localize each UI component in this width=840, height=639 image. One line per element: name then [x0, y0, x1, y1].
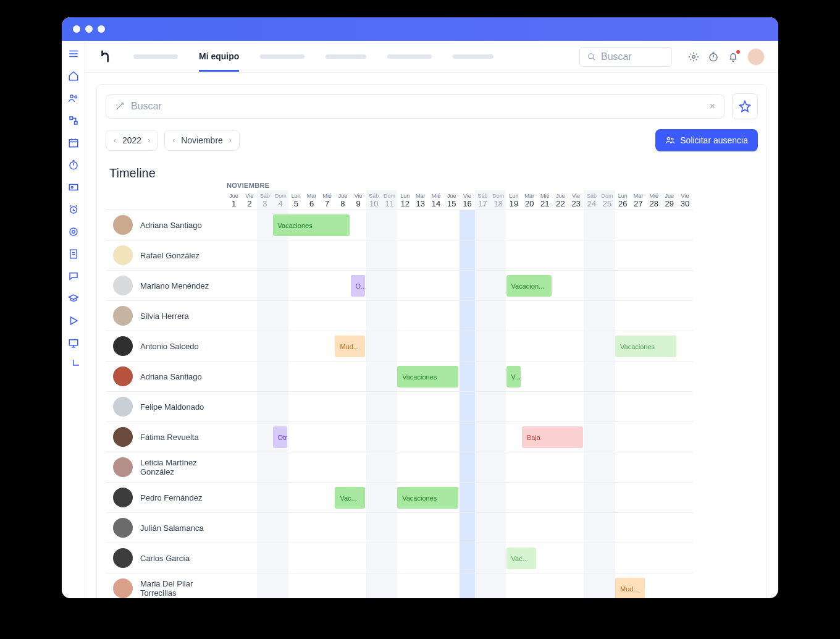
- day-cell[interactable]: [677, 362, 692, 392]
- absence-event[interactable]: Vac...: [506, 548, 536, 569]
- day-cell[interactable]: [428, 331, 443, 362]
- day-cell[interactable]: [382, 513, 397, 543]
- day-cell[interactable]: [584, 543, 599, 573]
- day-cell[interactable]: [319, 331, 335, 362]
- day-cell[interactable]: [584, 392, 599, 422]
- day-cell[interactable]: [584, 483, 599, 513]
- home-icon[interactable]: [67, 69, 80, 83]
- day-cell[interactable]: [584, 301, 599, 331]
- survey-icon[interactable]: [67, 247, 80, 261]
- tab-placeholder[interactable]: [260, 54, 304, 59]
- day-cell[interactable]: [226, 301, 242, 331]
- day-cell[interactable]: [646, 543, 662, 573]
- grad-icon[interactable]: [67, 292, 80, 305]
- day-cell[interactable]: [631, 513, 646, 543]
- day-cell[interactable]: [662, 392, 677, 422]
- day-cell[interactable]: [257, 392, 272, 422]
- day-cell[interactable]: [304, 301, 319, 331]
- day-cell[interactable]: [553, 452, 568, 483]
- day-cell[interactable]: [677, 483, 692, 513]
- employee-row-name[interactable]: Adriana Santiago: [106, 210, 226, 240]
- day-cell[interactable]: [444, 452, 460, 483]
- absence-event[interactable]: V...: [506, 366, 521, 387]
- day-cell[interactable]: [584, 210, 599, 240]
- day-cell[interactable]: [273, 543, 288, 573]
- day-cell[interactable]: [615, 452, 631, 483]
- day-cell[interactable]: [646, 301, 662, 331]
- day-cell[interactable]: [646, 573, 662, 598]
- day-cell[interactable]: [600, 240, 615, 271]
- day-cell[interactable]: [662, 422, 677, 452]
- day-cell[interactable]: [366, 543, 382, 573]
- day-cell[interactable]: [382, 392, 397, 422]
- day-cell[interactable]: [304, 392, 319, 422]
- day-cell[interactable]: [615, 301, 631, 331]
- day-cell[interactable]: [615, 513, 631, 543]
- day-cell[interactable]: [490, 392, 506, 422]
- day-cell[interactable]: [257, 422, 272, 452]
- day-cell[interactable]: [257, 362, 272, 392]
- stopwatch-icon[interactable]: [708, 51, 719, 62]
- day-cell[interactable]: [351, 362, 366, 392]
- day-cell[interactable]: [335, 513, 350, 543]
- absence-event[interactable]: Vacaciones: [397, 487, 458, 509]
- day-cell[interactable]: [335, 452, 350, 483]
- day-cell[interactable]: [646, 271, 662, 301]
- day-cell[interactable]: [242, 513, 257, 543]
- day-cell[interactable]: [662, 301, 677, 331]
- day-cell[interactable]: [428, 210, 443, 240]
- day-cell[interactable]: [428, 513, 443, 543]
- tab-placeholder[interactable]: [326, 54, 366, 59]
- day-cell[interactable]: [304, 362, 319, 392]
- absence-event[interactable]: Vacaciones: [615, 336, 676, 357]
- absence-event[interactable]: Vacaciones: [397, 366, 458, 387]
- day-cell[interactable]: [413, 422, 428, 452]
- day-cell[interactable]: [677, 452, 692, 483]
- day-cell[interactable]: [460, 240, 475, 271]
- day-cell[interactable]: [257, 483, 272, 513]
- goal-icon[interactable]: [67, 225, 80, 239]
- absence-event[interactable]: Vac...: [335, 487, 364, 509]
- day-cell[interactable]: [366, 452, 382, 483]
- day-cell[interactable]: [257, 301, 272, 331]
- day-cell[interactable]: [646, 240, 662, 271]
- day-cell[interactable]: [460, 422, 475, 452]
- day-cell[interactable]: [428, 452, 443, 483]
- day-cell[interactable]: [553, 210, 568, 240]
- day-cell[interactable]: [288, 422, 304, 452]
- day-cell[interactable]: [273, 240, 288, 271]
- day-cell[interactable]: [397, 573, 413, 598]
- tab-my-team[interactable]: Mi equipo: [199, 51, 239, 72]
- minimize-dot[interactable]: [85, 25, 93, 33]
- day-cell[interactable]: [351, 513, 366, 543]
- day-cell[interactable]: [428, 573, 443, 598]
- day-cell[interactable]: [288, 392, 304, 422]
- day-cell[interactable]: [319, 362, 335, 392]
- day-cell[interactable]: [615, 422, 631, 452]
- day-cell[interactable]: [646, 483, 662, 513]
- day-cell[interactable]: [677, 271, 692, 301]
- day-cell[interactable]: [397, 210, 413, 240]
- stopwatch-icon[interactable]: [67, 158, 80, 172]
- day-cell[interactable]: [444, 392, 460, 422]
- day-cell[interactable]: Vacaciones: [226, 210, 242, 240]
- year-selector[interactable]: ‹ 2022 ›: [106, 130, 158, 151]
- day-cell[interactable]: [304, 513, 319, 543]
- day-cell[interactable]: [397, 240, 413, 271]
- day-cell[interactable]: [600, 362, 615, 392]
- day-cell[interactable]: [460, 483, 475, 513]
- day-cell[interactable]: [257, 271, 272, 301]
- employee-row-name[interactable]: Fátima Revuelta: [106, 422, 226, 452]
- day-cell[interactable]: [226, 513, 242, 543]
- day-cell[interactable]: [537, 301, 553, 331]
- day-cell[interactable]: [646, 452, 662, 483]
- day-cell[interactable]: [428, 271, 443, 301]
- day-cell[interactable]: [304, 240, 319, 271]
- day-cell[interactable]: [366, 301, 382, 331]
- absence-event[interactable]: Vacacion...: [506, 275, 552, 297]
- day-cell[interactable]: [257, 210, 272, 240]
- day-cell[interactable]: VacacionesV...: [226, 362, 242, 392]
- day-cell[interactable]: [366, 422, 382, 452]
- day-cell[interactable]: [428, 301, 443, 331]
- day-cell[interactable]: [615, 543, 631, 573]
